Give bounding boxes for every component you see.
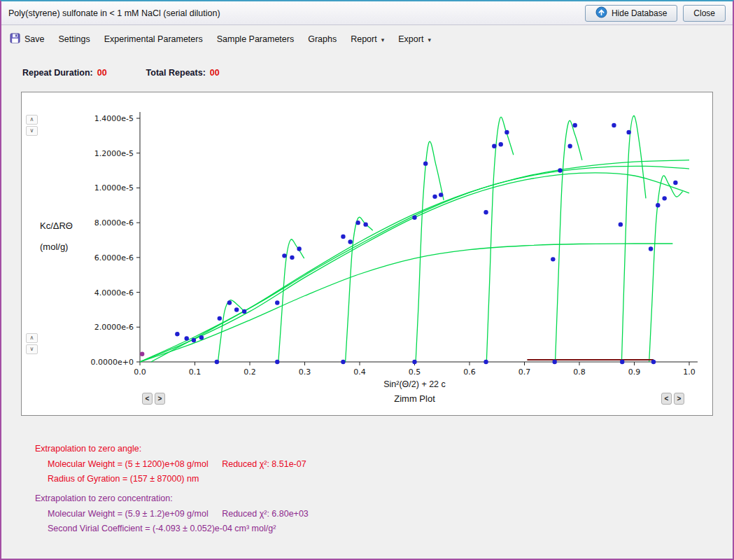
menu-experimental-parameters[interactable]: Experimental Parameters [104, 34, 203, 44]
plot-title: Zimm Plot [140, 393, 689, 404]
svg-text:1.0: 1.0 [683, 368, 696, 377]
menu-sample-parameters-label: Sample Parameters [217, 34, 294, 44]
menu-sample-parameters[interactable]: Sample Parameters [217, 34, 294, 44]
x-max-left-button[interactable]: < [661, 393, 672, 405]
zimm-plot-svg: 0.0000e+02.0000e-64.0000e-66.0000e-68.00… [22, 92, 712, 415]
close-label: Close [693, 8, 715, 18]
menu-save[interactable]: Save [10, 33, 45, 46]
title-bar: Poly(styrene) sulfonate in < 1 mM NaCl (… [1, 1, 733, 25]
y-scale-down-button[interactable]: ∨ [26, 126, 38, 136]
x-axis-title: Sin²(Θ/2) + 22 c [140, 379, 689, 389]
total-repeats-value: 00 [210, 68, 220, 78]
menu-export[interactable]: Export ▾ [398, 34, 431, 44]
menu-save-label: Save [24, 34, 45, 44]
x-scroll-right-group: < > [661, 393, 684, 405]
x-scroll-right-button[interactable]: > [155, 393, 165, 405]
menu-settings-label: Settings [59, 34, 90, 44]
menu-report[interactable]: Report ▾ [351, 34, 384, 44]
radius-of-gyration-line: Radius of Gyration = (157 ± 87000) nm [48, 474, 733, 484]
y-min-up-button[interactable]: ∧ [26, 333, 38, 343]
status-row: Repeat Duration: 00 Total Repeats: 00 [22, 66, 733, 80]
app-window: Poly(styrene) sulfonate in < 1 mM NaCl (… [0, 0, 734, 560]
radius-of-gyration: Radius of Gyration = (157 ± 87000) nm [48, 474, 199, 484]
title-bar-buttons: Hide Database Close [585, 5, 726, 22]
chevron-down-icon: ▾ [428, 35, 431, 43]
hide-database-label: Hide Database [612, 8, 667, 18]
y-axis-title-line1: Kc/ΔRΘ [40, 216, 73, 237]
x-scroll-left-button[interactable]: < [142, 393, 153, 405]
zero-concentration-results: Extrapolation to zero concentration: Mol… [35, 493, 733, 533]
zero-angle-results: Extrapolation to zero angle: Molecular W… [35, 444, 733, 484]
svg-text:0.0000e+0: 0.0000e+0 [91, 358, 134, 367]
menu-export-label: Export [398, 34, 423, 44]
svg-text:6.0000e-6: 6.0000e-6 [94, 253, 134, 262]
window-title: Poly(styrene) sulfonate in < 1 mM NaCl (… [8, 8, 585, 18]
svg-text:0.6: 0.6 [463, 368, 476, 377]
database-toggle-icon [595, 6, 607, 20]
zero-concentration-molecular-weight: Molecular Weight = (5.9 ± 1.2)e+09 g/mol [48, 509, 209, 519]
svg-text:1.2000e-5: 1.2000e-5 [94, 149, 134, 158]
results-section: Extrapolation to zero angle: Molecular W… [35, 444, 733, 533]
x-max-right-button[interactable]: > [674, 393, 684, 405]
y-axis-title-line2: (mol/g) [40, 237, 73, 258]
x-scroll-left-group: < > [142, 393, 165, 405]
y-scale-spinner-bottom: ∧ ∨ [26, 333, 38, 354]
menu-bar: Save Settings Experimental Parameters Sa… [1, 25, 733, 53]
zero-concentration-molecular-weight-line: Molecular Weight = (5.9 ± 1.2)e+09 g/mol… [48, 509, 733, 519]
svg-text:8.0000e-6: 8.0000e-6 [94, 218, 134, 227]
svg-text:0.9: 0.9 [628, 368, 641, 377]
y-axis-title: Kc/ΔRΘ (mol/g) [40, 216, 73, 258]
zero-angle-reduced-chi2: Reduced χ²: 8.51e-07 [222, 459, 306, 469]
svg-text:0.5: 0.5 [409, 368, 421, 377]
close-button[interactable]: Close [683, 5, 726, 22]
svg-text:0.2: 0.2 [244, 368, 256, 377]
menu-experimental-parameters-label: Experimental Parameters [104, 34, 203, 44]
svg-text:1.4000e-5: 1.4000e-5 [94, 114, 134, 123]
second-virial-coefficient: Second Virial Coefficient = (-4.093 ± 0.… [48, 524, 276, 533]
y-scale-spinner-top: ∧ ∨ [26, 115, 38, 136]
svg-text:1.0000e-5: 1.0000e-5 [94, 183, 134, 192]
menu-graphs-label: Graphs [308, 34, 337, 44]
menu-report-label: Report [351, 34, 377, 44]
menu-graphs[interactable]: Graphs [308, 34, 337, 44]
repeat-duration-label: Repeat Duration: [22, 68, 93, 78]
svg-text:0.8: 0.8 [573, 368, 586, 377]
zero-angle-molecular-weight: Molecular Weight = (5 ± 1200)e+08 g/mol [48, 459, 209, 469]
svg-text:0.7: 0.7 [518, 368, 531, 377]
y-min-down-button[interactable]: ∨ [26, 344, 38, 354]
hide-database-button[interactable]: Hide Database [585, 5, 677, 22]
y-scale-up-button[interactable]: ∧ [26, 115, 38, 125]
zero-concentration-heading: Extrapolation to zero concentration: [35, 493, 733, 503]
save-icon [10, 33, 20, 46]
total-repeats-label: Total Repeats: [146, 68, 206, 78]
svg-text:2.0000e-6: 2.0000e-6 [94, 323, 134, 332]
svg-text:0.0: 0.0 [134, 368, 146, 377]
zero-angle-molecular-weight-line: Molecular Weight = (5 ± 1200)e+08 g/mol … [48, 459, 733, 469]
svg-text:0.1: 0.1 [189, 368, 202, 377]
chevron-down-icon: ▾ [381, 35, 385, 43]
zero-angle-heading: Extrapolation to zero angle: [35, 444, 733, 454]
repeat-duration-value: 00 [97, 68, 107, 78]
menu-settings[interactable]: Settings [59, 34, 90, 44]
zero-concentration-reduced-chi2: Reduced χ²: 6.80e+03 [222, 509, 309, 519]
zimm-plot-panel: 0.0000e+02.0000e-64.0000e-66.0000e-68.00… [21, 92, 713, 416]
second-virial-coefficient-line: Second Virial Coefficient = (-4.093 ± 0.… [48, 524, 733, 533]
svg-text:0.4: 0.4 [353, 368, 366, 377]
svg-text:4.0000e-6: 4.0000e-6 [94, 288, 134, 298]
svg-text:0.3: 0.3 [299, 368, 311, 377]
